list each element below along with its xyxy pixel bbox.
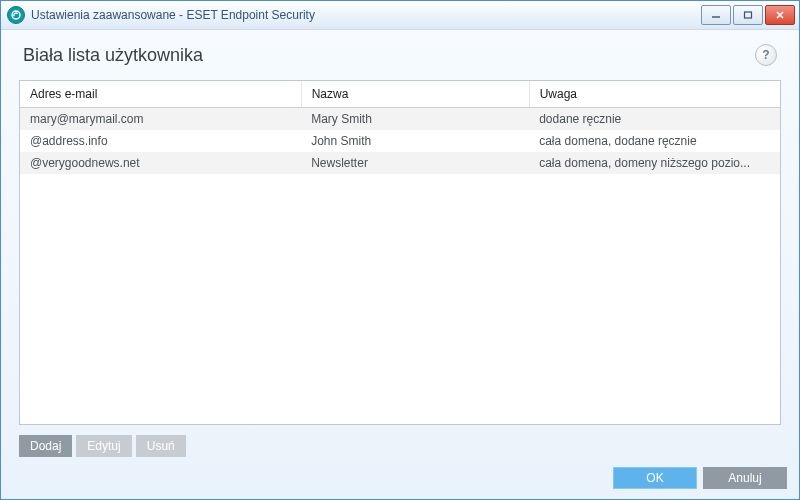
cell-name: Newsletter [301, 152, 529, 174]
ok-button[interactable]: OK [613, 467, 697, 489]
table-row[interactable]: @address.info John Smith cała domena, do… [20, 130, 780, 152]
whitelist-table-container: Adres e-mail Nazwa Uwaga mary@marymail.c… [19, 80, 781, 425]
cancel-button[interactable]: Anuluj [703, 467, 787, 489]
cell-note: cała domena, domeny niższego pozio... [529, 152, 780, 174]
cell-email: @verygoodnews.net [20, 152, 301, 174]
footer: OK Anuluj [1, 457, 799, 499]
cell-email: @address.info [20, 130, 301, 152]
edit-button: Edytuj [76, 435, 131, 457]
app-window: Ustawienia zaawansowane - ESET Endpoint … [0, 0, 800, 500]
table-row[interactable]: @verygoodnews.net Newsletter cała domena… [20, 152, 780, 174]
cell-name: John Smith [301, 130, 529, 152]
maximize-button[interactable] [733, 5, 763, 25]
col-header-email[interactable]: Adres e-mail [20, 81, 301, 108]
pane-header: Biała lista użytkownika ? [1, 30, 799, 76]
action-buttons: Dodaj Edytuj Usuń [19, 435, 781, 457]
cell-note: dodane ręcznie [529, 108, 780, 131]
cell-name: Mary Smith [301, 108, 529, 131]
minimize-button[interactable] [701, 5, 731, 25]
col-header-name[interactable]: Nazwa [301, 81, 529, 108]
window-title: Ustawienia zaawansowane - ESET Endpoint … [31, 8, 701, 22]
svg-rect-2 [745, 12, 752, 18]
help-button[interactable]: ? [755, 44, 777, 66]
table-header-row: Adres e-mail Nazwa Uwaga [20, 81, 780, 108]
page-title: Biała lista użytkownika [23, 45, 755, 66]
close-button[interactable] [765, 5, 795, 25]
table-row[interactable]: mary@marymail.com Mary Smith dodane ręcz… [20, 108, 780, 131]
window-controls [701, 5, 795, 25]
col-header-note[interactable]: Uwaga [529, 81, 780, 108]
whitelist-table: Adres e-mail Nazwa Uwaga mary@marymail.c… [20, 81, 780, 174]
cell-note: cała domena, dodane ręcznie [529, 130, 780, 152]
cell-email: mary@marymail.com [20, 108, 301, 131]
delete-button: Usuń [136, 435, 186, 457]
titlebar: Ustawienia zaawansowane - ESET Endpoint … [1, 1, 799, 30]
app-icon [7, 6, 25, 24]
help-icon: ? [762, 48, 769, 62]
add-button[interactable]: Dodaj [19, 435, 72, 457]
